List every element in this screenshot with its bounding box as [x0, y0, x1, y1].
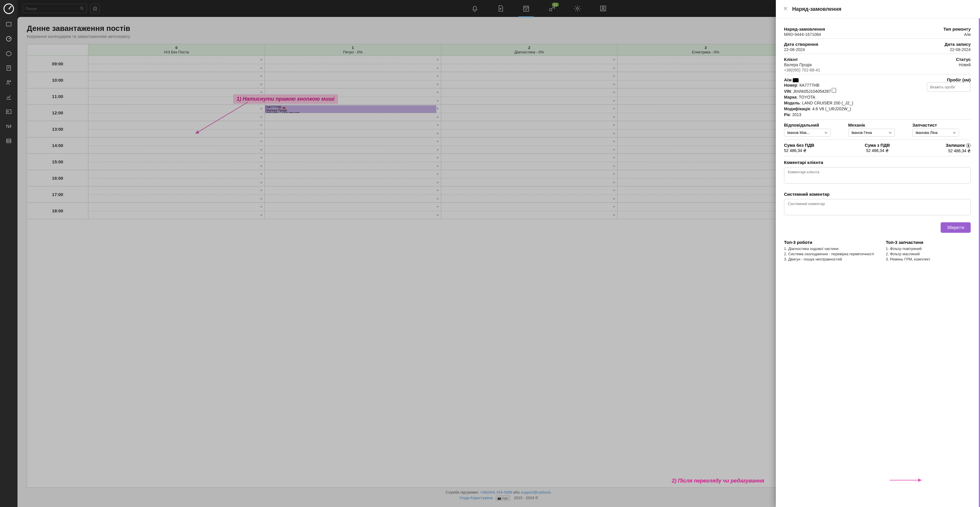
- sys-comm-label: Системний коментар: [784, 192, 970, 197]
- bal-value: 52 486,34 ₴: [908, 148, 970, 153]
- record-date: 22-08-2024: [950, 47, 970, 52]
- resp-label: Відповідальний: [784, 123, 842, 128]
- status-label: Статус: [956, 57, 970, 62]
- parts-label: Запчастист: [912, 123, 970, 128]
- order-label: Наряд-замовлення: [784, 27, 825, 32]
- client-comm-input[interactable]: [784, 167, 970, 183]
- nav-sliders[interactable]: [6, 123, 12, 131]
- repair-type: А/м: [964, 32, 970, 37]
- svg-rect-0: [6, 22, 11, 26]
- drawer-close[interactable]: [783, 6, 788, 12]
- nav-dashboard[interactable]: [6, 21, 12, 29]
- info-icon[interactable]: $: [966, 143, 970, 148]
- bal-label: Залишок$: [908, 143, 970, 148]
- parts-select[interactable]: Іванова Ліна: [912, 129, 959, 137]
- mileage-label: Пробіг (км): [947, 77, 970, 82]
- nav-speed[interactable]: [6, 36, 12, 43]
- sys-comm-input[interactable]: [784, 199, 970, 215]
- car-icon: [793, 78, 799, 82]
- drawer-title: Наряд-замовлення: [792, 6, 842, 12]
- nav-id[interactable]: [6, 108, 12, 116]
- mileage-input[interactable]: [927, 82, 970, 92]
- copy-vin-icon[interactable]: [832, 89, 836, 93]
- left-sidebar: [0, 0, 18, 507]
- top-parts-item: 1. Фільтр повітряний: [886, 247, 970, 251]
- svg-point-3: [7, 81, 9, 83]
- record-label: Дата запису: [945, 42, 970, 47]
- repair-type-label: Тип ремонту: [943, 27, 970, 32]
- svg-rect-10: [7, 139, 11, 143]
- novat-value: 52 486,34 ₴: [784, 148, 846, 153]
- top-parts-label: Топ-3 запчастини: [886, 240, 970, 245]
- top-work-item: 3. Двигун - пошук несправностей: [784, 257, 874, 261]
- vat-label: Сума з ПДВ: [846, 143, 908, 148]
- app-logo: [3, 3, 14, 14]
- top-work-item: 2. Система охолодження - перевірка герме…: [784, 252, 874, 256]
- save-button[interactable]: Зберегти: [940, 222, 970, 233]
- created-date: 22-08-2024: [784, 47, 818, 52]
- mech-label: Механік: [848, 123, 907, 128]
- vehicle-label: А/м: [784, 77, 921, 82]
- top-work-label: Топ-3 роботи: [784, 240, 874, 245]
- status-value: Новий: [959, 62, 970, 67]
- order-number: MRD-9444-1671084: [784, 32, 825, 37]
- nav-people[interactable]: [6, 79, 12, 87]
- nav-chart[interactable]: [6, 94, 12, 102]
- resp-select[interactable]: Іванов Мак...: [784, 129, 830, 137]
- nav-list[interactable]: [6, 138, 12, 145]
- client-phone: +38(095) 702-88-41: [784, 68, 820, 72]
- nav-box[interactable]: [6, 50, 12, 58]
- created-label: Дата створення: [784, 42, 818, 47]
- novat-label: Сума без ПДВ: [784, 143, 846, 148]
- top-parts-item: 2. Фільтр масляний: [886, 252, 970, 256]
- nav-doc[interactable]: [6, 65, 12, 72]
- svg-point-6: [7, 111, 8, 112]
- client-label: Клієнт: [784, 57, 820, 62]
- order-drawer: Наряд-замовлення Наряд-замовленняMRD-944…: [776, 0, 980, 507]
- svg-point-4: [10, 81, 11, 82]
- client-comm-label: Коментарі клієнта: [784, 160, 970, 165]
- mech-select[interactable]: Іванов Гена: [848, 129, 895, 137]
- client-name: Валера Продік: [784, 62, 820, 67]
- top-work-item: 1. Діагностика ходової частини: [784, 247, 874, 251]
- svg-rect-5: [6, 110, 11, 114]
- top-parts-item: 3. Ремень ГРМ, комплект: [886, 257, 970, 261]
- vat-value: 52 486,34 ₴: [846, 148, 908, 153]
